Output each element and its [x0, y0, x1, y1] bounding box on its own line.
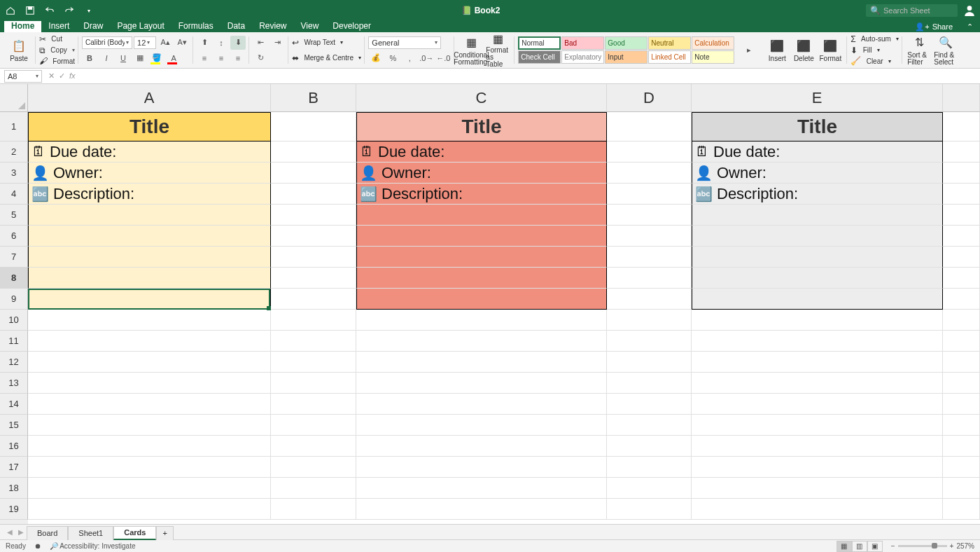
cell-E16[interactable] [692, 436, 943, 457]
cell-D4[interactable] [607, 184, 692, 205]
style-note[interactable]: Note [692, 50, 734, 64]
cell-D18[interactable] [607, 478, 692, 499]
cell-A10[interactable] [28, 310, 271, 331]
align-center-icon[interactable]: ≡ [214, 51, 229, 65]
cell-C18[interactable] [356, 478, 607, 499]
tab-review[interactable]: Review [252, 21, 293, 32]
number-format-combo[interactable]: General▾ [368, 36, 441, 49]
style-calculation[interactable]: Calculation [692, 36, 734, 50]
cell-E12[interactable] [692, 352, 943, 373]
merge-centre-button[interactable]: ⬌ Merge & Centre ▾ [292, 50, 361, 66]
cell-C12[interactable] [356, 352, 607, 373]
row-header-8[interactable]: 8 [0, 268, 28, 289]
cell-E14[interactable] [692, 394, 943, 415]
row-header-7[interactable]: 7 [0, 247, 28, 268]
account-icon[interactable] [963, 4, 976, 17]
font-color-button[interactable]: A [166, 51, 181, 65]
align-middle-icon[interactable]: ↕ [214, 36, 229, 50]
cell-B5[interactable] [271, 205, 356, 226]
bold-button[interactable]: B [82, 51, 97, 65]
cell-E10[interactable] [692, 310, 943, 331]
collapse-ribbon-icon[interactable]: ⌃ [960, 21, 980, 32]
cell-E17[interactable] [692, 457, 943, 478]
tab-page-layout[interactable]: Page Layout [110, 21, 171, 32]
cell-C1[interactable]: Title [356, 112, 607, 142]
cell-A3[interactable]: 👤Owner: [28, 163, 271, 184]
insert-cells-button[interactable]: ⬛Insert [764, 34, 790, 67]
row-header-5[interactable]: 5 [0, 205, 28, 226]
cell-C5[interactable] [356, 205, 607, 226]
cell-B17[interactable] [271, 457, 356, 478]
cell-B10[interactable] [271, 310, 356, 331]
gallery-more-icon[interactable]: ▸ [741, 43, 757, 57]
cell-C13[interactable] [356, 373, 607, 394]
style-good[interactable]: Good [605, 36, 648, 50]
cell-D1[interactable] [607, 112, 692, 142]
row-header-17[interactable]: 17 [0, 457, 28, 478]
cell-D9[interactable] [607, 289, 692, 310]
fill-color-button[interactable]: 🪣 [149, 51, 164, 65]
col-header-E[interactable]: E [692, 84, 943, 112]
row-header-3[interactable]: 3 [0, 163, 28, 184]
cell-B1[interactable] [271, 112, 356, 142]
row-header-15[interactable]: 15 [0, 415, 28, 436]
currency-icon[interactable]: 💰 [368, 51, 384, 65]
save-icon[interactable] [24, 4, 36, 17]
format-as-table-button[interactable]: ▦Format as Table [484, 34, 511, 67]
cell-C9[interactable] [356, 289, 607, 310]
qat-more-icon[interactable]: ▾ [83, 4, 95, 17]
cell-C6[interactable] [356, 226, 607, 247]
increase-font-icon[interactable]: A▴ [158, 36, 173, 50]
enter-formula-icon[interactable]: ✓ [59, 71, 65, 81]
cell-A2[interactable]: 🗓Due date: [28, 142, 271, 163]
cancel-formula-icon[interactable]: ✕ [48, 71, 55, 81]
decrease-indent-icon[interactable]: ⇤ [253, 36, 268, 50]
cell-A4[interactable]: 🔤Description: [28, 184, 271, 205]
cell-A1[interactable]: Title [28, 112, 271, 142]
cell-C2[interactable]: 🗓Due date: [356, 142, 607, 163]
cell-A5[interactable] [28, 205, 271, 226]
font-combo[interactable]: Calibri (Body)▾ [82, 36, 132, 49]
col-header-B[interactable]: B [271, 84, 356, 112]
align-right-icon[interactable]: ≡ [230, 51, 246, 65]
wrap-text-button[interactable]: ↩ Wrap Text ▾ [292, 35, 361, 50]
cell-E6[interactable] [692, 226, 943, 247]
accessibility-status[interactable]: 🔎 Accessibility: Investigate [50, 542, 136, 550]
cell-A19[interactable] [28, 499, 271, 520]
cell-D6[interactable] [607, 226, 692, 247]
cell-A7[interactable] [28, 247, 271, 268]
tab-developer[interactable]: Developer [326, 21, 378, 32]
name-box[interactable]: A8▾ [4, 70, 42, 83]
cell-C3[interactable]: 👤Owner: [356, 163, 607, 184]
cell-A6[interactable] [28, 226, 271, 247]
cell-B16[interactable] [271, 436, 356, 457]
cell-A16[interactable] [28, 436, 271, 457]
row-header-2[interactable]: 2 [0, 142, 28, 163]
copy-button[interactable]: ⧉ Copy ▾ [39, 45, 75, 56]
cell-C14[interactable] [356, 394, 607, 415]
cell-E3[interactable]: 👤Owner: [692, 163, 943, 184]
row-header-10[interactable]: 10 [0, 310, 28, 331]
search-input[interactable] [883, 6, 953, 15]
cell-E8[interactable] [692, 268, 943, 289]
sheet-tab-board[interactable]: Board [27, 526, 68, 540]
cell-A8[interactable] [28, 268, 271, 289]
style-linked-cell[interactable]: Linked Cell [648, 50, 691, 64]
cell-E5[interactable] [692, 205, 943, 226]
row-header-13[interactable]: 13 [0, 373, 28, 394]
row-header-12[interactable]: 12 [0, 352, 28, 373]
align-top-icon[interactable]: ⬆ [197, 36, 212, 50]
cell-B13[interactable] [271, 373, 356, 394]
cell-D10[interactable] [607, 310, 692, 331]
cell-A15[interactable] [28, 415, 271, 436]
cell-D11[interactable] [607, 331, 692, 352]
tab-view[interactable]: View [294, 21, 326, 32]
cell-E2[interactable]: 🗓Due date: [692, 142, 943, 163]
cell-A17[interactable] [28, 457, 271, 478]
style-bad[interactable]: Bad [561, 36, 604, 50]
decrease-decimal-icon[interactable]: ←.0 [435, 51, 451, 65]
row-header-18[interactable]: 18 [0, 478, 28, 499]
cell-E18[interactable] [692, 478, 943, 499]
align-bottom-icon[interactable]: ⬇ [230, 36, 246, 50]
tab-home[interactable]: Home [4, 21, 41, 32]
